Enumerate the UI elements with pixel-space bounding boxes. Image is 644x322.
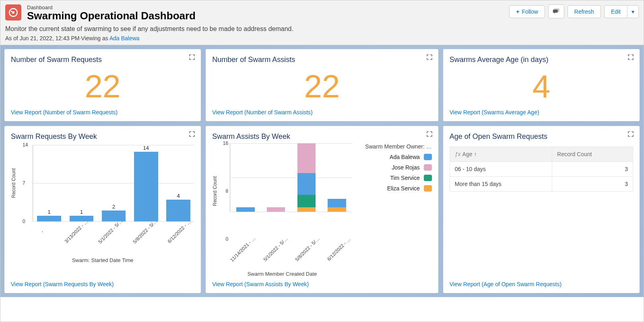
card-title: Number of Swarm Requests	[11, 56, 194, 64]
legend-label: Eliza Service	[387, 185, 420, 192]
y-tick: 16	[223, 140, 228, 146]
expand-icon[interactable]	[426, 131, 433, 138]
age-col-label: Age	[462, 151, 473, 157]
follow-label: Follow	[522, 8, 538, 15]
y-tick: 8	[226, 188, 229, 194]
legend-swatch	[424, 164, 432, 171]
viewing-as-prefix: ·Viewing as	[79, 35, 109, 41]
expand-icon[interactable]	[426, 54, 433, 62]
bar-slot: 14	[130, 145, 162, 221]
card-title: Number of Swarm Assists	[212, 56, 432, 64]
collaborate-button[interactable]	[548, 4, 564, 19]
view-report-link[interactable]: View Report (Swarm Requests By Week)	[11, 281, 194, 287]
bar-segment	[328, 199, 346, 207]
card-assists-by-week: Swarm Assists By Week Record Count 0816	[206, 126, 438, 293]
page-title: Swarming Operational Dashboard	[27, 10, 506, 22]
bar-segment	[297, 207, 316, 212]
expand-icon[interactable]	[189, 54, 195, 62]
chart-assists-by-week: Record Count 0816 11/14/2021 - …5/1/2022…	[212, 141, 432, 277]
x-tick: 6/12/2022 - …	[326, 236, 352, 262]
edit-button[interactable]: Edit	[604, 5, 627, 18]
legend-swatch	[424, 154, 432, 160]
metric-value: 22	[11, 64, 194, 109]
bar-segment	[328, 207, 346, 212]
bar-segment	[297, 173, 316, 194]
edit-label: Edit	[611, 8, 621, 15]
expand-icon[interactable]	[627, 54, 634, 62]
legend-item[interactable]: Eliza Service	[355, 185, 432, 192]
refresh-button[interactable]: Refresh	[568, 5, 601, 18]
card-average-age: Swarms Average Age (in days) 4 View Repo…	[443, 49, 640, 121]
bar-slot: 2	[97, 145, 130, 221]
legend-swatch	[424, 175, 432, 181]
legend-item[interactable]: Tim Service	[355, 175, 432, 181]
view-report-link[interactable]: View Report (Swarm Assists By Week)	[212, 281, 432, 287]
count-cell: 3	[552, 162, 633, 177]
x-axis-title: Swarm Member Created Date	[212, 271, 352, 277]
follow-button[interactable]: + Follow	[509, 5, 545, 18]
chart-legend: Swarm Member Owner: … Ada BalewaJose Roj…	[355, 143, 432, 277]
table-row[interactable]: More than 15 days3	[450, 177, 633, 192]
chart-plot	[230, 143, 352, 212]
legend-title: Swarm Member Owner: …	[355, 143, 432, 150]
stacked-bar[interactable]	[291, 143, 322, 212]
legend-label: Ada Balewa	[390, 154, 420, 160]
y-axis-label: Record Count	[212, 143, 218, 239]
count-col-header[interactable]: Record Count	[552, 147, 633, 162]
fx-icon: ƒx	[455, 151, 461, 157]
x-tick: 5/1/2022 - 5/…	[262, 236, 289, 262]
chat-icon	[553, 8, 560, 15]
bar-segment	[297, 195, 316, 208]
stacked-bar[interactable]	[261, 143, 291, 212]
view-report-link[interactable]: View Report (Number of Swarm Assists)	[212, 109, 432, 116]
x-axis-title: Swarm: Started Date Time	[11, 257, 194, 263]
stacked-bar[interactable]	[230, 143, 261, 212]
legend-item[interactable]: Jose Rojas	[355, 164, 432, 171]
x-tick: 11/14/2021 - …	[229, 235, 256, 263]
card-age-open-requests: Age of Open Swarm Requests ƒxAge↑ Record…	[443, 126, 640, 293]
plus-icon: +	[516, 8, 519, 15]
chart-plot: 112144 0714	[33, 145, 194, 221]
view-report-link[interactable]: View Report (Age of Open Swarm Requests)	[450, 281, 633, 287]
table-row[interactable]: 06 - 10 days3	[450, 162, 633, 177]
card-title: Swarm Assists By Week	[212, 132, 432, 141]
age-col-header[interactable]: ƒxAge↑	[450, 147, 552, 162]
bar-slot: 4	[162, 145, 194, 221]
expand-icon[interactable]	[189, 131, 195, 138]
y-tick: 14	[23, 142, 28, 148]
card-title: Age of Open Swarm Requests	[450, 132, 633, 141]
legend-item[interactable]: Ada Balewa	[355, 154, 432, 160]
legend-swatch	[424, 185, 432, 192]
viewing-as-user-link[interactable]: Ada Balewa	[109, 35, 140, 41]
stacked-bar[interactable]	[322, 143, 352, 212]
card-title: Swarms Average Age (in days)	[450, 56, 633, 64]
svg-point-1	[12, 12, 14, 13]
y-tick: 7	[23, 180, 25, 186]
view-report-link[interactable]: View Report (Number of Swarm Requests)	[11, 109, 194, 116]
view-report-link[interactable]: View Report (Swarms Average Age)	[450, 109, 633, 116]
y-tick: 0	[226, 236, 229, 242]
age-cell: 06 - 10 days	[450, 162, 552, 177]
x-axis-labels: -3/13/2022 - …5/1/2022 - 5/…5/8/2022 - 5…	[23, 222, 194, 235]
dashboard-meta: As of Jun 21, 2022, 12:43 PM·Viewing as …	[5, 35, 639, 41]
expand-icon[interactable]	[627, 131, 634, 138]
bar-value-label: 1	[48, 209, 51, 215]
card-requests-by-week: Swarm Requests By Week Record Count 1121…	[4, 126, 201, 293]
y-tick: 0	[23, 219, 25, 224]
dashboard-app-icon	[5, 4, 21, 21]
bar[interactable]	[166, 200, 190, 221]
bar-slot: 1	[65, 145, 97, 221]
bar[interactable]	[134, 152, 158, 221]
header-actions: + Follow Refresh Edit ▾	[506, 4, 639, 19]
metric-value: 22	[212, 64, 432, 109]
metric-value: 4	[450, 64, 633, 109]
age-table: ƒxAge↑ Record Count 06 - 10 days3More th…	[450, 147, 633, 192]
count-cell: 3	[552, 177, 633, 192]
bar-value-label: 2	[112, 204, 115, 210]
bar-slot: 1	[33, 145, 65, 221]
refresh-label: Refresh	[574, 8, 594, 15]
chart-requests-by-week: Record Count 112144 0714 -3/13/2022 - …5…	[11, 141, 194, 277]
dashboard-subtitle: Monitor the current state of swarming to…	[5, 25, 639, 33]
edit-dropdown-button[interactable]: ▾	[627, 5, 639, 18]
age-cell: More than 15 days	[450, 177, 552, 192]
